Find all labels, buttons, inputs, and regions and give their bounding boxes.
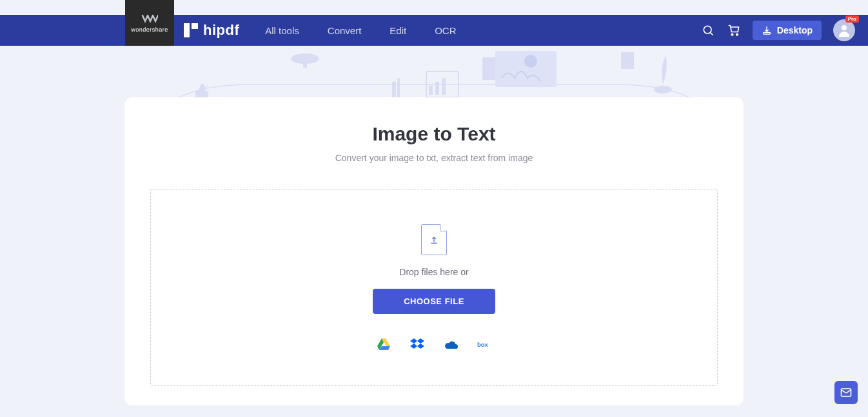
svg-point-2 (704, 26, 711, 34)
svg-rect-20 (621, 52, 634, 69)
svg-rect-0 (184, 23, 190, 37)
svg-rect-16 (442, 78, 446, 95)
hipdf-logo-text: hipdf (203, 22, 239, 39)
svg-rect-6 (763, 32, 770, 34)
svg-point-19 (524, 55, 537, 68)
drop-text: Drop files here or (399, 267, 468, 277)
svg-point-4 (731, 34, 733, 35)
nav-right: Desktop Pro (701, 19, 855, 41)
pro-badge: Pro (845, 15, 859, 23)
hipdf-logo-icon (184, 23, 198, 37)
wondershare-label: wondershare (131, 26, 168, 33)
mail-icon (840, 386, 853, 399)
box-icon[interactable]: box (477, 337, 491, 351)
svg-line-3 (710, 32, 713, 35)
navbar: wondershare hipdf All tools Convert Edit… (0, 15, 868, 46)
svg-rect-14 (429, 86, 433, 95)
nav-links: All tools Convert Edit OCR (265, 25, 456, 36)
desktop-button-label: Desktop (777, 25, 813, 35)
cart-icon[interactable] (727, 23, 741, 37)
dropzone[interactable]: Drop files here or CHOOSE FILE box (150, 189, 718, 386)
page-title: Image to Text (150, 123, 718, 145)
wondershare-logo-icon (141, 14, 158, 24)
svg-text:box: box (477, 340, 488, 347)
svg-rect-10 (303, 59, 307, 68)
svg-rect-18 (495, 51, 557, 87)
main-card: Image to Text Convert your image to txt,… (124, 97, 744, 405)
svg-rect-17 (482, 57, 511, 80)
svg-point-9 (291, 53, 319, 64)
dropbox-icon[interactable] (410, 337, 424, 351)
download-icon (762, 25, 772, 35)
hipdf-logo[interactable]: hipdf (184, 22, 239, 39)
svg-point-5 (736, 34, 738, 35)
page-subtitle: Convert your image to txt, extract text … (150, 153, 718, 163)
nav-link-convert[interactable]: Convert (328, 25, 362, 36)
svg-rect-13 (426, 72, 459, 97)
nav-link-all-tools[interactable]: All tools (265, 25, 299, 36)
desktop-button[interactable]: Desktop (753, 21, 822, 40)
search-icon[interactable] (701, 23, 715, 37)
upload-file-icon (421, 224, 447, 255)
feedback-mail-button[interactable] (834, 381, 858, 404)
choose-file-button[interactable]: CHOOSE FILE (373, 289, 495, 314)
svg-point-7 (842, 25, 847, 30)
avatar[interactable]: Pro (833, 19, 855, 41)
svg-rect-1 (192, 23, 198, 29)
svg-rect-15 (435, 82, 439, 95)
nav-link-edit[interactable]: Edit (390, 25, 406, 36)
onedrive-icon[interactable] (444, 337, 458, 351)
cloud-sources-row: box (377, 337, 491, 351)
google-drive-icon[interactable] (377, 337, 391, 351)
avatar-icon (836, 23, 852, 38)
hero: Image to Text Convert your image to txt,… (0, 46, 868, 417)
nav-link-ocr[interactable]: OCR (435, 25, 456, 36)
wondershare-brand[interactable]: wondershare (125, 0, 174, 46)
svg-point-21 (654, 86, 672, 93)
